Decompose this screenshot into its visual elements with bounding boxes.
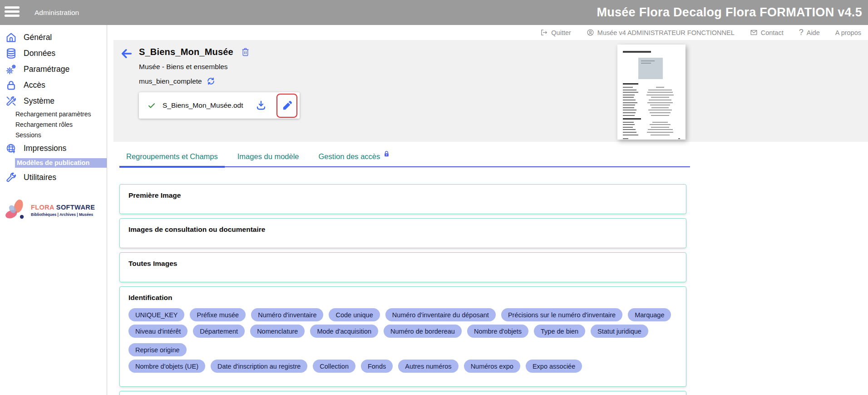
help-label: Aide	[807, 29, 820, 36]
section-title: Identification	[128, 294, 677, 302]
lock-icon	[383, 150, 390, 158]
file-card: S_Biens_Mon_Musée.odt	[139, 92, 300, 119]
quit-label: Quitter	[551, 29, 571, 36]
app-title: Musée Flora Decalog Flora FORMATION v4.5	[597, 0, 862, 25]
app-root: Administration Musée Flora Decalog Flora…	[0, 0, 868, 395]
sidebar-item-acces[interactable]: Accès	[0, 77, 107, 93]
back-button[interactable]	[120, 47, 133, 60]
user-icon	[587, 29, 594, 36]
sidebar-item-label: Système	[24, 96, 54, 106]
field-chip-prefixe-musee[interactable]: Préfixe musée	[190, 308, 246, 321]
contact-link[interactable]: Contact	[750, 29, 784, 36]
help-link[interactable]: ? Aide	[799, 28, 820, 37]
record-title: S_Biens_Mon_Musée	[139, 47, 233, 57]
refresh-button[interactable]	[207, 77, 215, 85]
download-button[interactable]	[256, 100, 266, 111]
sidebar-item-label: Données	[24, 49, 55, 58]
field-chip-precisions-sur-le-numero-d-inventaire[interactable]: Précisions sur le numéro d'inventaire	[501, 308, 622, 321]
section-title: Toutes Images	[128, 260, 677, 268]
section-designation: Désignation	[119, 391, 686, 395]
sidebar-item-general[interactable]: Général	[0, 30, 107, 45]
field-chip-departement[interactable]: Département	[193, 325, 245, 338]
field-chip-fonds[interactable]: Fonds	[361, 360, 393, 373]
flora-flower-icon	[3, 197, 29, 223]
tab-regroupements-et-champs[interactable]: Regroupements et Champs	[119, 150, 225, 166]
about-label: A propos	[835, 29, 861, 36]
sidebar-subitem-rechargement-roles[interactable]: Rechargement rôles	[0, 120, 107, 130]
field-chip-mode-d-acquisition[interactable]: Mode d'acquisition	[310, 325, 378, 338]
sidebar-item-impressions[interactable]: Impressions	[0, 140, 107, 156]
logo-brand-secondary: SOFTWARE	[56, 204, 95, 211]
template-preview-thumbnail[interactable]	[617, 45, 686, 140]
flora-software-logo: FLORA SOFTWARE Bibliothèques | Archives …	[0, 197, 107, 223]
tab-bar: Regroupements et ChampsImages du modèleG…	[119, 150, 690, 167]
section-identification: IdentificationUNIQUE_KEYPréfixe muséeNum…	[119, 286, 686, 387]
sidebar-item-systeme[interactable]: Système	[0, 93, 107, 109]
tab-gestion-des-acces[interactable]: Gestion des accès	[312, 150, 397, 166]
record-code: mus_bien_complete	[139, 77, 202, 85]
field-chip-statut-juridique[interactable]: Statut juridique	[591, 325, 648, 338]
field-chip-type-de-bien[interactable]: Type de bien	[534, 325, 585, 338]
quit-icon	[540, 29, 548, 36]
sidebar-subitem-sessions[interactable]: Sessions	[0, 130, 107, 140]
database-icon	[5, 48, 17, 59]
field-chip-numero-d-inventaire[interactable]: Numéro d'inventaire	[251, 308, 323, 321]
field-chip-marquage[interactable]: Marquage	[628, 308, 671, 321]
wrench-icon	[5, 172, 17, 183]
tab-label: Images du modèle	[237, 152, 299, 160]
sidebar-item-label: Paramétrage	[24, 65, 69, 74]
quit-link[interactable]: Quitter	[540, 29, 571, 36]
field-chip-code-unique[interactable]: Code unique	[329, 308, 380, 321]
field-chip-numero-de-bordereau[interactable]: Numéro de bordereau	[384, 325, 462, 338]
hamburger-menu-icon[interactable]	[5, 6, 20, 19]
contact-label: Contact	[761, 29, 784, 36]
sidebar-item-label: Impressions	[24, 144, 66, 153]
tab-images-du-modele[interactable]: Images du modèle	[231, 150, 306, 166]
sidebar-item-label: Utilitaires	[24, 173, 56, 182]
delete-button[interactable]	[241, 47, 250, 57]
field-chip-unique-key[interactable]: UNIQUE_KEY	[128, 308, 184, 321]
field-chip-nomenclature[interactable]: Nomenclature	[250, 325, 305, 338]
sidebar-item-label: Général	[24, 33, 52, 42]
section-images-de-consultation-ou-documentaire: Images de consultation ou documentaire	[119, 218, 686, 248]
field-chip-autres-numeros[interactable]: Autres numéros	[398, 360, 458, 373]
record-subtitle: Musée - Biens et ensembles	[139, 63, 300, 71]
sidebar-subitem-rechargement-parametres[interactable]: Rechargement paramètres	[0, 109, 107, 120]
section-title: Images de consultation ou documentaire	[128, 225, 677, 234]
user-menu[interactable]: Musée v4 ADMINISTRATEUR FONCTIONNEL	[587, 29, 735, 36]
section-title: Première Image	[128, 191, 677, 200]
sidebar-item-utilitaires[interactable]: Utilitaires	[0, 170, 107, 185]
field-chip-nombre-d-objets[interactable]: Nombre d'objets	[467, 325, 528, 338]
edit-highlight-annotation	[276, 94, 297, 118]
gears-icon	[5, 64, 17, 75]
field-chip-expo-associee[interactable]: Expo associée	[526, 360, 582, 373]
about-link[interactable]: A propos	[835, 29, 861, 36]
sidebar-subitem-modeles-de-publication[interactable]: Modèles de publication	[15, 158, 107, 168]
sidebar-item-donnees[interactable]: Données	[0, 45, 107, 61]
section-premiere-image: Première Image	[119, 184, 686, 214]
field-chip-numeros-expo[interactable]: Numéros expo	[464, 360, 520, 373]
section-toutes-images: Toutes Images	[119, 252, 686, 282]
record-head: S_Biens_Mon_Musée Musée - Biens et ensem…	[139, 47, 300, 119]
sidebar-item-parametrage[interactable]: Paramétrage	[0, 61, 107, 77]
sections-list: Première ImageImages de consultation ou …	[119, 184, 686, 395]
tab-label: Regroupements et Champs	[126, 152, 218, 160]
home-icon	[5, 32, 17, 43]
tab-label: Gestion des accès	[319, 152, 380, 160]
field-chip-date-d-inscription-au-registre[interactable]: Date d'inscription au registre	[211, 360, 307, 373]
field-chip-numero-d-inventaire-du-deposant[interactable]: Numéro d'inventaire du déposant	[385, 308, 496, 321]
app-header: Administration Musée Flora Decalog Flora…	[0, 0, 868, 25]
sidebar-nav: GénéralDonnéesParamétrageAccèsSystèmeRec…	[0, 30, 107, 185]
edit-button[interactable]	[282, 100, 292, 111]
globe-icon	[5, 143, 17, 154]
field-chip-reprise-origine[interactable]: Reprise origine	[128, 343, 187, 356]
window-label: Administration	[35, 0, 79, 25]
field-chip-nombre-d-objets-ue[interactable]: Nombre d'objets (UE)	[128, 360, 205, 373]
field-chip-collection[interactable]: Collection	[313, 360, 355, 373]
user-label: Musée v4 ADMINISTRATEUR FONCTIONNEL	[597, 29, 735, 36]
padlock-icon	[5, 80, 17, 91]
logo-tagline: Bibliothèques | Archives | Musées	[31, 212, 95, 217]
topbar: Quitter Musée v4 ADMINISTRATEUR FONCTION…	[108, 25, 868, 40]
sidebar-item-label: Accès	[24, 80, 45, 90]
field-chip-niveau-d-interet[interactable]: Niveau d'intérêt	[128, 325, 187, 338]
